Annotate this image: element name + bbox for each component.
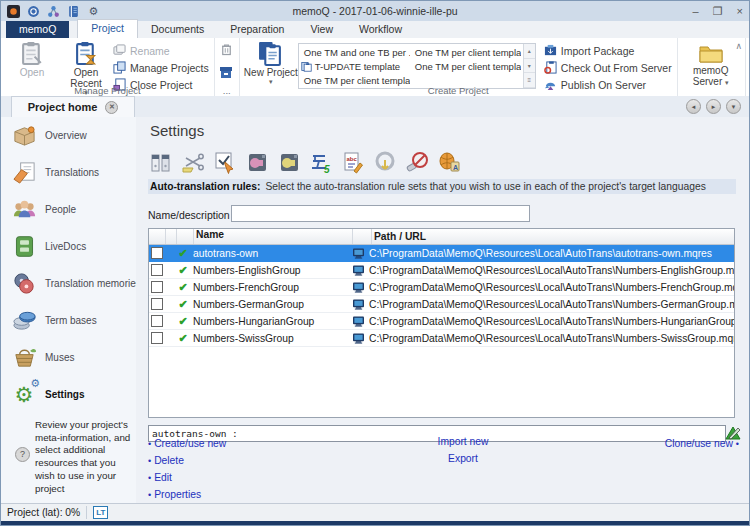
rule-name: Numbers-FrenchGroup [191, 282, 349, 293]
qa-settings-icon[interactable] [212, 148, 237, 174]
row-checkbox[interactable] [151, 247, 163, 259]
general-settings-icon[interactable] [148, 148, 173, 174]
delete-project-icon[interactable] [219, 42, 234, 61]
share-icon[interactable] [47, 5, 60, 18]
gear-icon[interactable]: ⚙ [87, 5, 100, 18]
ignore-lists-icon[interactable] [404, 148, 429, 174]
create-use-new-link[interactable]: •Create/use new [148, 438, 226, 449]
gallery-up-icon: ▴ [524, 44, 535, 59]
tab-view[interactable]: View [297, 21, 346, 38]
table-body: ✔ autotrans-own C:\ProgramData\MemoQ\Res… [149, 245, 734, 347]
row-checkbox[interactable] [151, 298, 163, 310]
table-row[interactable]: ✔ Numbers-SwissGroup C:\ProgramData\Memo… [149, 330, 734, 347]
new-project-button[interactable]: New Project ▾ [244, 40, 298, 86]
notebook-icon[interactable] [67, 5, 80, 18]
nav-back-icon[interactable]: ◄ [686, 99, 701, 114]
help-icon[interactable] [27, 5, 40, 18]
rule-name: autotrans-own [191, 248, 349, 259]
row-checkbox[interactable] [151, 332, 163, 344]
project-template-gallery: One TM and one TB per ... T-UPDATE templ… [298, 43, 536, 89]
template-item[interactable]: One TM per client template 2 [412, 45, 521, 59]
tm-settings-icon[interactable] [244, 148, 269, 174]
quick-access-toolbar: ⚙ [7, 5, 100, 18]
column-name[interactable]: Name [194, 229, 353, 244]
help-question-icon[interactable]: ? [15, 447, 30, 462]
row-checkbox[interactable] [151, 315, 163, 327]
sidebar-item-overview[interactable]: Overview [1, 117, 136, 154]
included-check-icon: ✔ [175, 315, 191, 328]
auto-translation-rules-table: Name Path / URL ✔ autotrans-own C:\Progr… [148, 228, 735, 418]
language-terminal-icon[interactable]: LT [93, 506, 108, 519]
table-header[interactable]: Name Path / URL [149, 229, 734, 245]
delete-link[interactable]: •Delete [148, 455, 226, 466]
tab-workflow[interactable]: Workflow [346, 21, 415, 38]
maximize-button[interactable]: ❐ [713, 6, 723, 17]
export-path-rules-icon[interactable] [372, 148, 397, 174]
section-description: Select the auto-translation rule sets th… [265, 181, 705, 192]
close-tab-icon[interactable]: ✕ [105, 101, 118, 114]
row-checkbox[interactable] [151, 281, 163, 293]
clipboard-icon [20, 41, 45, 66]
rename-button[interactable]: Rename [113, 44, 209, 57]
gallery-scrollbar[interactable]: ▴▾≡ [523, 44, 535, 88]
svg-text:abc: abc [346, 156, 357, 162]
rule-actions-left: •Create/use new •Delete •Edit •Propertie… [148, 438, 226, 500]
font-substitution-icon[interactable]: A [436, 148, 461, 174]
tab-memoq[interactable]: memoQ [6, 21, 69, 38]
close-button[interactable]: × [737, 6, 743, 17]
template-item[interactable]: One TM per client template [412, 59, 521, 73]
sidebar-item-translations[interactable]: Translations [1, 154, 136, 191]
term-bases-icon [9, 307, 39, 334]
sidebar-item-people[interactable]: People [1, 191, 136, 228]
open-button[interactable]: Open [5, 40, 59, 78]
table-row[interactable]: ✔ Numbers-GermanGroup C:\ProgramData\Mem… [149, 296, 734, 313]
sidebar-item-muses[interactable]: Muses [1, 339, 136, 376]
clone-use-new-link[interactable]: Clone/use new• [665, 438, 739, 449]
filter-label: Name/description [148, 209, 230, 221]
check-out-from-server-button[interactable]: Check Out From Server [544, 61, 672, 74]
nav-forward-icon[interactable]: ► [706, 99, 721, 114]
minimize-button[interactable]: – [693, 6, 699, 17]
project-home-tab[interactable]: Project home ✕ [11, 96, 135, 117]
livedocs-settings-icon[interactable] [276, 148, 301, 174]
template-item[interactable]: T-UPDATE template [301, 59, 410, 73]
archive-box-icon[interactable] [219, 65, 233, 83]
manage-projects-button[interactable]: Manage Projects [113, 61, 209, 74]
rename-icon [113, 44, 126, 57]
local-resource-icon [349, 265, 367, 276]
non-translatables-icon[interactable]: abc [340, 148, 365, 174]
edit-link[interactable]: •Edit [148, 472, 226, 483]
nav-dropdown-icon[interactable]: ▼ [726, 99, 741, 114]
local-resource-icon [349, 316, 367, 327]
tab-documents[interactable]: Documents [138, 21, 217, 38]
ribbon-group-create-project: New Project ▾ One TM and one TB per ... … [240, 38, 678, 96]
included-check-icon: ✔ [175, 264, 191, 277]
properties-link[interactable]: •Properties [148, 489, 226, 500]
memoq-server-button[interactable]: memoQ Server ▾ [682, 40, 740, 87]
column-path-url[interactable]: Path / URL [372, 231, 734, 242]
table-row[interactable]: ✔ Numbers-EnglishGroup C:\ProgramData\Me… [149, 262, 734, 279]
table-row[interactable]: ✔ Numbers-FrenchGroup C:\ProgramData\Mem… [149, 279, 734, 296]
tab-preparation[interactable]: Preparation [217, 21, 297, 38]
import-new-link[interactable]: Import new [438, 436, 489, 447]
import-package-button[interactable]: Import Package [544, 44, 672, 57]
included-check-icon: ✔ [175, 332, 191, 345]
group-label-create-project: Create Project [240, 85, 677, 96]
template-item[interactable]: One TM and one TB per ... [301, 45, 410, 59]
memoq-logo-icon[interactable] [7, 5, 20, 18]
sidebar-item-term-bases[interactable]: Term bases [1, 302, 136, 339]
tab-project[interactable]: Project [77, 19, 138, 38]
sidebar-item-settings[interactable]: ⚙⚙ Settings [1, 376, 136, 413]
export-link[interactable]: Export [448, 453, 478, 464]
table-row[interactable]: ✔ autotrans-own C:\ProgramData\MemoQ\Res… [149, 245, 734, 262]
auto-translation-rules-icon[interactable]: 5 [308, 148, 333, 174]
sidebar-item-translation-memories[interactable]: Translation memories [1, 265, 136, 302]
group-label-misc: ... [215, 85, 239, 96]
sidebar-item-livedocs[interactable]: LiveDocs [1, 228, 136, 265]
overview-box-icon [9, 122, 39, 149]
check-out-icon [544, 61, 557, 74]
name-description-input[interactable] [231, 205, 530, 222]
table-row[interactable]: ✔ Numbers-HungarianGroup C:\ProgramData\… [149, 313, 734, 330]
row-checkbox[interactable] [151, 264, 163, 276]
segmentation-rules-icon[interactable] [180, 148, 205, 174]
